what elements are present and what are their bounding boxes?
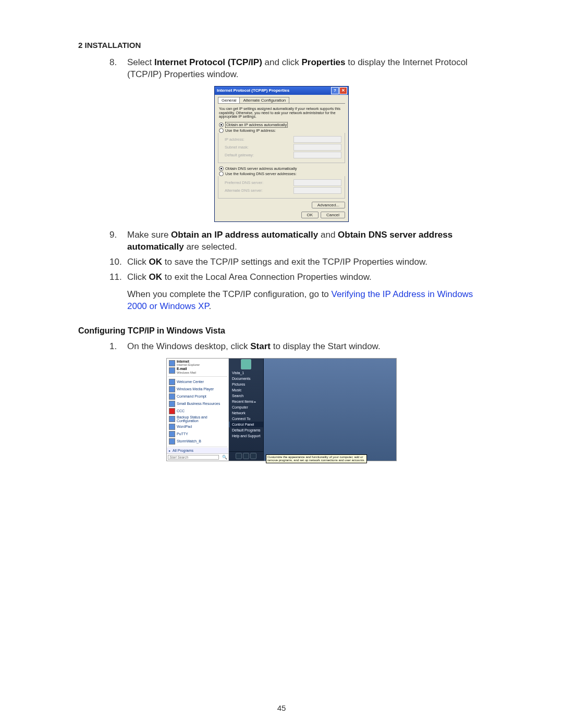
radio-icon [219,122,224,127]
gateway-input[interactable] [293,152,341,158]
text: Click [127,272,149,282]
recent-item[interactable]: Backup Status and Configuration [168,415,227,423]
lock-icon[interactable] [243,453,249,459]
app-icon [169,438,175,445]
all-programs[interactable]: All Programs [167,448,228,453]
start-left-pane: InternetInternet Explorer E-mailWindows … [167,359,229,461]
recent-item[interactable]: WordPad [168,423,227,430]
mid-default-programs[interactable]: Default Programs [229,427,263,433]
radio-ip-auto[interactable]: Obtain an IP address automatically [219,122,345,128]
recent-item[interactable]: StormWatch_B [168,438,227,445]
steps-9-11: 9. Make sure Obtain an IP address automa… [109,229,485,283]
dns1-input[interactable] [293,179,341,186]
shutdown-menu-icon[interactable] [250,453,256,459]
mid-recent-items[interactable]: Recent Items [229,399,263,404]
steps-8: 8. Select Internet Protocol (TCP/IP) and… [109,57,485,81]
bold: OK [149,272,163,282]
recent-item[interactable]: Welcome Center [168,378,227,386]
label: Subnet mask: [225,145,293,150]
radio-ip-manual[interactable]: Use the following IP address: [219,128,345,133]
field-dns2: Alternate DNS server: [225,187,341,194]
radio-icon [219,171,224,176]
vista-start-menu: InternetInternet Explorer E-mailWindows … [166,358,397,461]
tcpip-figure: Internet Protocol (TCP/IP) Properties ? … [78,86,485,222]
search-box: 🔍 [167,453,228,461]
subheading-vista: Configuring TCP/IP in Windows Vista [78,326,485,336]
start-search-input[interactable] [168,455,219,460]
mid-music[interactable]: Music [229,387,263,393]
label: Small Business Resources [177,402,220,405]
label: CCC [177,409,185,413]
mid-documents[interactable]: Documents [229,376,263,381]
step-number: 1. [109,341,117,353]
step-9: 9. Make sure Obtain an IP address automa… [109,229,485,253]
section-header: 2 INSTALLATION [78,41,485,50]
recent-item[interactable]: PuTTY [168,430,227,438]
app-icon [169,431,175,437]
mail-icon [169,367,175,374]
mid-pictures[interactable]: Pictures [229,381,263,387]
ip-fieldset: IP address: Subnet mask: Default gateway… [218,133,345,163]
mid-search[interactable]: Search [229,393,263,399]
mid-connect-to[interactable]: Connect To [229,416,263,422]
avatar-icon [241,359,251,369]
ok-button[interactable]: OK [301,212,319,218]
step-10: 10. Click OK to save the TCP/IP settings… [109,256,485,268]
steps-vista: 1. On the Windows desktop, click Start t… [109,341,485,353]
pinned-internet[interactable]: InternetInternet Explorer [168,360,227,367]
label: IP address: [225,137,293,142]
radio-dns-manual[interactable]: Use the following DNS server addresses: [219,171,345,176]
ip-input[interactable] [293,136,341,143]
sublabel: Internet Explorer [177,363,200,366]
power-buttons [229,451,263,461]
cancel-button[interactable]: Cancel [321,212,345,218]
dialog-description: You can get IP settings assigned automat… [219,107,344,119]
page-number: 45 [0,704,563,712]
dns2-input[interactable] [293,187,341,194]
field-ip: IP address: [225,136,341,143]
mid-control-panel[interactable]: Control Panel [229,422,263,427]
text: and [318,230,338,240]
bold: Internet Protocol (TCP/IP) [154,57,262,67]
text: to exit the Local Area Connection Proper… [162,272,372,282]
control-panel-tooltip: Customize the appearance and functionali… [266,454,367,463]
pinned-email[interactable]: E-mailWindows Mail [168,367,227,375]
app-icon [169,408,175,414]
sublabel: Windows Mail [177,371,196,374]
step-number: 9. [109,229,117,241]
tab-alternate[interactable]: Alternate Configuration [239,97,289,103]
power-icon[interactable] [236,453,242,459]
recent-item[interactable]: Small Business Resources [168,400,227,408]
radio-dns-auto[interactable]: Obtain DNS server address automatically [219,166,345,171]
label: Backup Status and Configuration [177,415,226,423]
bold: OK [149,257,163,267]
mid-network[interactable]: Network [229,410,263,416]
bold: Start [250,341,271,351]
recent-item[interactable]: CCC [168,408,227,415]
text: Click [127,257,149,267]
label: StormWatch_B [177,439,201,443]
field-mask: Subnet mask: [225,144,341,151]
recent-item[interactable]: Command Prompt [168,393,227,400]
step-number: 10. [109,256,122,268]
text: Select [127,57,154,67]
label: Welcome Center [177,380,204,384]
recent-item[interactable]: Windows Media Player [168,386,227,393]
text: . [209,301,212,311]
help-button[interactable]: ? [331,87,339,94]
label: Alternate DNS server: [225,188,293,193]
close-button[interactable]: ✕ [339,87,347,94]
mid-help-support[interactable]: Help and Support [229,433,263,439]
separator [168,447,227,447]
mask-input[interactable] [293,144,341,151]
mid-computer[interactable]: Computer [229,404,263,410]
advanced-button[interactable]: Advanced... [312,202,345,208]
tab-general[interactable]: General [218,97,240,103]
text: to save the TCP/IP settings and exit the… [162,257,427,267]
radio-icon [219,166,224,171]
text: are selected. [184,242,237,252]
text: and click [262,57,302,67]
field-gateway: Default gateway: [225,152,341,158]
text: Make sure [127,230,171,240]
app-icon [169,401,175,407]
